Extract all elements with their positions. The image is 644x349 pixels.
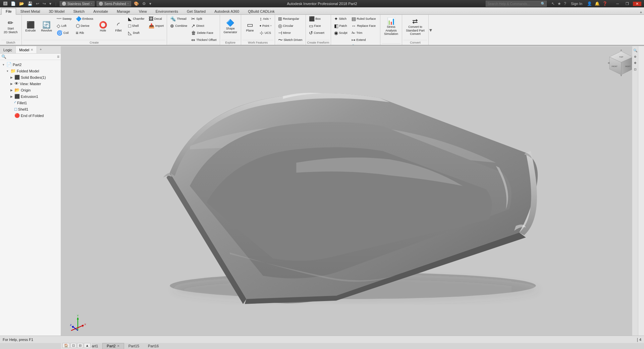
view-cube-button[interactable]: ⊡: [70, 343, 76, 348]
fillet-button[interactable]: ◜ Fillet: [111, 15, 126, 38]
circular-button[interactable]: ◎ Circular: [276, 22, 304, 29]
delete-face-button[interactable]: 🗑 Delete Face: [190, 30, 218, 36]
color-book-icon[interactable]: 🎨: [133, 1, 140, 6]
folded-model-toggle[interactable]: ▾: [5, 69, 9, 73]
convert-standard-part-button[interactable]: ⇄ Convert toStandard PartConvert: [404, 15, 427, 38]
tab-logic[interactable]: Logic: [0, 46, 16, 53]
point-button[interactable]: • Point ▾: [258, 22, 273, 29]
tab-get-started[interactable]: Get Started: [182, 8, 210, 14]
tab-annotate[interactable]: Annotate: [89, 8, 112, 14]
tab-view[interactable]: View: [135, 8, 151, 14]
tree-item-solid-bodies[interactable]: ▶ ⬛ Solid Bodies(1): [8, 74, 61, 80]
orbit-icon[interactable]: 🔍: [633, 48, 638, 53]
app-logo-icon[interactable]: 🅰: [3, 1, 8, 6]
close-button[interactable]: ✕: [633, 2, 641, 6]
extend-button[interactable]: ↦ Extend: [350, 37, 379, 43]
search-icon[interactable]: 🔍: [540, 2, 546, 6]
home-view-button[interactable]: 🏠: [62, 343, 70, 348]
tab-part15[interactable]: Part15: [124, 343, 144, 349]
import-button[interactable]: 📥 Import: [147, 22, 166, 29]
fit-icon[interactable]: ⊡: [633, 67, 638, 72]
thicken-offset-button[interactable]: ⇔ Thicken/ Offset: [190, 37, 218, 43]
tab-model[interactable]: Model ✕: [16, 46, 37, 53]
origin-toggle[interactable]: ▶: [9, 89, 13, 92]
freeform-box-button[interactable]: ⬛ Box: [307, 15, 326, 22]
ribbon-more-dropdown[interactable]: ▾: [429, 15, 433, 45]
ribbon-collapse-icon[interactable]: ▲: [638, 9, 644, 14]
ribbon-more-icon[interactable]: ▾: [429, 27, 432, 33]
emboss-button[interactable]: 🔷 Emboss: [74, 15, 95, 22]
help-icon[interactable]: ?: [563, 1, 567, 6]
sweep-button[interactable]: 〰 Sweep: [55, 15, 73, 22]
star-icon[interactable]: ★: [557, 1, 562, 6]
loft-button[interactable]: ◇ Loft: [55, 22, 73, 29]
tab-autodesk-a360[interactable]: Autodesk A360: [210, 8, 244, 14]
view-master-toggle[interactable]: ▶: [9, 82, 13, 85]
draft-button[interactable]: ◺ Draft: [126, 30, 146, 36]
thread-button[interactable]: 🔩 Thread: [168, 15, 189, 22]
material-dropdown[interactable]: Stainless Steel ▾: [60, 1, 95, 6]
redo-icon[interactable]: ↪: [42, 1, 47, 6]
stitch-button[interactable]: ✦ Stitch: [332, 15, 349, 22]
cursor-icon[interactable]: ↖: [551, 1, 555, 6]
tab-manage[interactable]: Manage: [112, 8, 135, 14]
viewport[interactable]: TOP RIGHT FRONT ▲ ▼ ◀ ▶ Y X: [61, 46, 638, 336]
tree-item-origin[interactable]: ▶ 📂 Origin: [8, 87, 61, 93]
tab-qbuild[interactable]: QBuild CADLink: [244, 8, 279, 14]
freeform-face-button[interactable]: ▭ Face: [307, 22, 326, 29]
shape-generator-button[interactable]: 🔷 ShapeGenerator: [221, 15, 240, 38]
save-icon[interactable]: 💾: [27, 1, 33, 6]
panel-menu-icon[interactable]: ≡: [57, 54, 59, 59]
tree-item-view-master[interactable]: ▶ 👁 View: Master: [8, 80, 61, 87]
mirror-button[interactable]: ⊣ Mirror: [276, 30, 304, 36]
tree-item-extrusion1[interactable]: ▶ ⬛ Extrusion1: [8, 93, 61, 100]
plane-button[interactable]: ▭ Plane: [243, 15, 257, 38]
undo-icon[interactable]: ↩: [35, 1, 40, 6]
tab-part16[interactable]: Part16: [144, 343, 163, 349]
tab-model-close[interactable]: ✕: [31, 48, 33, 52]
tab-environments[interactable]: Environments: [151, 8, 182, 14]
navigation-cube[interactable]: TOP RIGHT FRONT ▲ ▼ ◀ ▶: [608, 50, 635, 76]
sculpt-button[interactable]: ◉ Sculpt: [332, 30, 349, 36]
start-2d-sketch-button[interactable]: ✏ Start2D Sketch: [1, 15, 20, 38]
sign-in-button[interactable]: Sign In: [568, 2, 585, 6]
derive-button[interactable]: ⬡ Derive: [74, 22, 95, 29]
tab-add[interactable]: +: [37, 46, 44, 53]
tab-part2[interactable]: Part2 ✕: [102, 343, 124, 349]
decal-button[interactable]: 🖼 Decal: [147, 15, 166, 22]
part2-toggle[interactable]: ▾: [1, 63, 5, 66]
minimize-button[interactable]: ─: [613, 2, 622, 6]
new-icon[interactable]: 📄: [10, 1, 16, 6]
tab-part2-close[interactable]: ✕: [117, 344, 120, 348]
split-button[interactable]: ✂ Split: [190, 15, 218, 22]
settings-icon[interactable]: ⚙: [142, 1, 147, 6]
tab-3d-model[interactable]: 3D Model: [44, 8, 69, 14]
trim-button[interactable]: ✁ Trim: [350, 30, 379, 36]
stress-analysis-button[interactable]: 📊 StressAnalysisSimulation: [382, 15, 400, 38]
style-dropdown[interactable]: Semi-Polished ▾: [97, 1, 131, 6]
repair-bodies-button[interactable]: 🔧 Repair Bodies: [350, 44, 379, 46]
sketch-driven-button[interactable]: 〜 Sketch Driven: [276, 37, 304, 43]
tree-item-fillet1[interactable]: ▶ ◜ Fillet1: [8, 100, 61, 106]
zoom-icon[interactable]: ⊕: [633, 54, 638, 59]
tab-file[interactable]: File: [1, 8, 16, 15]
extrusion1-toggle[interactable]: ▶: [9, 95, 13, 98]
notification-icon[interactable]: 🔔: [594, 1, 600, 6]
shell-button[interactable]: □ Shell: [126, 22, 146, 29]
restore-button[interactable]: ❐: [623, 2, 632, 6]
view-up-button[interactable]: ▲: [84, 343, 91, 348]
tree-item-part2[interactable]: ▾ 📄 Part2: [0, 61, 61, 68]
direct-button[interactable]: ↗ Direct: [190, 22, 218, 29]
rib-button[interactable]: ≡ Rib: [74, 30, 95, 36]
ucs-button[interactable]: ⊹ UCS: [258, 30, 273, 36]
extra-icon[interactable]: ▾: [149, 1, 152, 6]
solid-bodies-toggle[interactable]: ▶: [9, 76, 13, 79]
tab-sheet-metal[interactable]: Sheet Metal: [16, 8, 45, 14]
more-icon[interactable]: ▾: [49, 1, 52, 6]
ruled-surface-button[interactable]: ▤ Ruled Surface: [350, 15, 379, 22]
extrude-button[interactable]: ⬛ Extrude: [23, 15, 38, 38]
hole-button[interactable]: ⭕ Hole: [96, 15, 110, 38]
combine-button[interactable]: ⊕ Combine: [168, 22, 189, 29]
pan-icon[interactable]: ✥: [633, 60, 638, 66]
account-icon[interactable]: 👤: [586, 1, 593, 6]
